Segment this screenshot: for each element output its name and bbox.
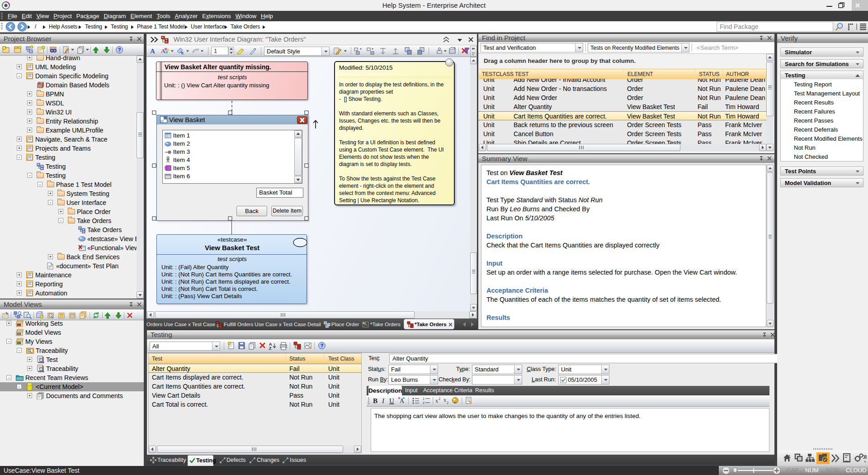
svg-text:2: 2 — [439, 397, 440, 401]
svg-text:L: L — [181, 51, 184, 55]
svg-text:I: I — [382, 397, 385, 404]
svg-text:A: A — [150, 48, 155, 55]
svg-text:B: B — [373, 397, 377, 404]
svg-text:1: 1 — [423, 397, 425, 400]
svg-text:Z: Z — [269, 346, 272, 351]
svg-text:?: ? — [118, 47, 121, 52]
svg-text:2: 2 — [423, 401, 425, 404]
svg-text:2: 2 — [447, 401, 448, 405]
svg-text:x: x — [443, 397, 446, 403]
svg-text:?: ? — [321, 343, 324, 348]
svg-text:x: x — [435, 398, 438, 404]
svg-text:U: U — [389, 397, 394, 404]
